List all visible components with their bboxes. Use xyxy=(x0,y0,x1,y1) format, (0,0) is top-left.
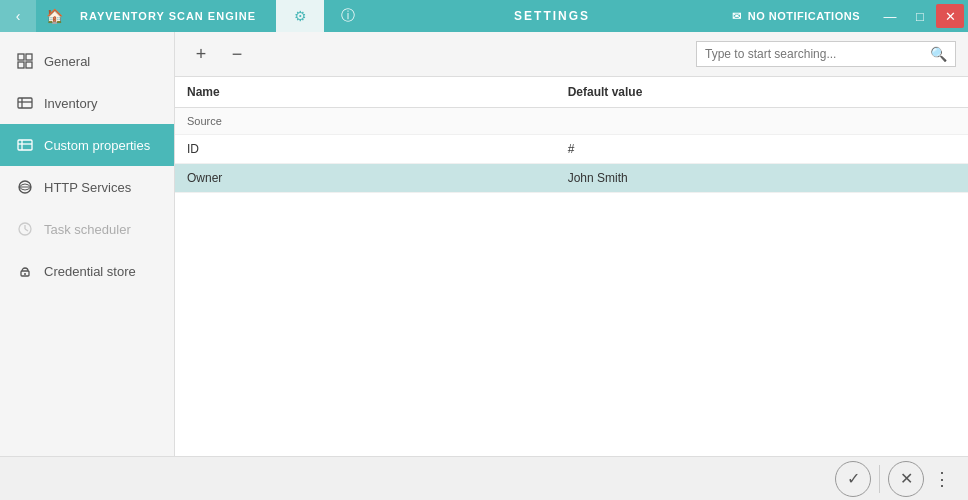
svg-rect-1 xyxy=(26,54,32,60)
titlebar: ‹ 🏠 RAYVENTORY SCAN ENGINE ⚙ ⓘ SETTINGS … xyxy=(0,0,968,32)
row-default-value: # xyxy=(556,135,968,164)
svg-rect-0 xyxy=(18,54,24,60)
app-name: RAYVENTORY SCAN ENGINE xyxy=(80,10,256,22)
content-toolbar: + − 🔍 xyxy=(175,32,968,77)
section-value xyxy=(556,108,968,135)
close-icon: ✕ xyxy=(945,9,956,24)
close-button[interactable]: ✕ xyxy=(936,4,964,28)
bottom-divider xyxy=(879,465,880,493)
svg-rect-2 xyxy=(18,62,24,68)
notifications-label: NO NOTIFICATIONS xyxy=(748,10,860,22)
cancel-button[interactable]: ✕ xyxy=(888,461,924,497)
table-row: Source xyxy=(175,108,968,135)
confirm-icon: ✓ xyxy=(847,469,860,488)
minimize-icon: — xyxy=(884,9,897,24)
back-button[interactable]: ‹ xyxy=(0,0,36,32)
general-icon xyxy=(16,52,34,70)
bottom-bar: ✓ ✕ ⋮ xyxy=(0,456,968,500)
settings-title: SETTINGS xyxy=(372,9,732,23)
tab-settings[interactable]: ⚙ xyxy=(276,0,324,32)
row-name: ID xyxy=(175,135,556,164)
http-services-icon xyxy=(16,178,34,196)
properties-table: Name Default value Source ID # Owner xyxy=(175,77,968,193)
mail-icon: ✉ xyxy=(732,10,742,23)
sidebar-item-label: Inventory xyxy=(44,96,97,111)
section-label: Source xyxy=(175,108,556,135)
row-name: Owner xyxy=(175,164,556,193)
settings-label: SETTINGS xyxy=(514,9,590,23)
table-row[interactable]: Owner John Smith xyxy=(175,164,968,193)
home-icon: 🏠 xyxy=(46,8,63,24)
more-icon: ⋮ xyxy=(933,468,951,490)
remove-icon: − xyxy=(232,44,243,65)
back-icon: ‹ xyxy=(16,8,21,24)
table-container: Name Default value Source ID # Owner xyxy=(175,77,968,456)
sidebar-item-credential-store[interactable]: Credential store xyxy=(0,250,174,292)
sidebar-item-label: Custom properties xyxy=(44,138,150,153)
search-icon: 🔍 xyxy=(930,46,947,62)
tab-info[interactable]: ⓘ xyxy=(324,0,372,32)
maximize-button[interactable]: □ xyxy=(906,4,934,28)
svg-rect-7 xyxy=(18,140,32,150)
search-input[interactable] xyxy=(705,47,930,61)
home-button[interactable]: 🏠 xyxy=(36,0,72,32)
sidebar-item-label: Task scheduler xyxy=(44,222,131,237)
table-header: Name Default value xyxy=(175,77,968,108)
info-icon: ⓘ xyxy=(341,7,355,25)
col-name: Name xyxy=(175,77,556,108)
nav-buttons: ‹ 🏠 RAYVENTORY SCAN ENGINE xyxy=(0,0,256,32)
sidebar-item-label: Credential store xyxy=(44,264,136,279)
svg-line-14 xyxy=(25,229,28,231)
add-icon: + xyxy=(196,44,207,65)
svg-rect-3 xyxy=(26,62,32,68)
minimize-button[interactable]: — xyxy=(876,4,904,28)
sidebar-item-label: General xyxy=(44,54,90,69)
sidebar-item-general[interactable]: General xyxy=(0,40,174,82)
more-button[interactable]: ⋮ xyxy=(928,461,956,497)
sidebar-item-label: HTTP Services xyxy=(44,180,131,195)
row-default-value: John Smith xyxy=(556,164,968,193)
confirm-button[interactable]: ✓ xyxy=(835,461,871,497)
svg-point-16 xyxy=(24,273,26,275)
sidebar-item-custom-properties[interactable]: Custom properties xyxy=(0,124,174,166)
sidebar-item-task-scheduler: Task scheduler xyxy=(0,208,174,250)
window-controls: — □ ✕ xyxy=(876,0,964,32)
cancel-icon: ✕ xyxy=(900,469,913,488)
search-box: 🔍 xyxy=(696,41,956,67)
sidebar: General Inventory Custom properties xyxy=(0,32,175,456)
content-area: + − 🔍 Name Default value xyxy=(175,32,968,456)
add-button[interactable]: + xyxy=(187,40,215,68)
titlebar-tabs: ⚙ ⓘ xyxy=(276,0,372,32)
credential-store-icon xyxy=(16,262,34,280)
maximize-icon: □ xyxy=(916,9,924,24)
sidebar-item-http-services[interactable]: HTTP Services xyxy=(0,166,174,208)
table-body: Source ID # Owner John Smith xyxy=(175,108,968,193)
sidebar-item-inventory[interactable]: Inventory xyxy=(0,82,174,124)
svg-rect-4 xyxy=(18,98,32,108)
main-layout: General Inventory Custom properties xyxy=(0,32,968,456)
remove-button[interactable]: − xyxy=(223,40,251,68)
col-default-value: Default value xyxy=(556,77,968,108)
notifications-area: ✉ NO NOTIFICATIONS xyxy=(732,10,860,23)
task-scheduler-icon xyxy=(16,220,34,238)
inventory-icon xyxy=(16,94,34,112)
custom-properties-icon xyxy=(16,136,34,154)
table-row[interactable]: ID # xyxy=(175,135,968,164)
gear-icon: ⚙ xyxy=(294,8,307,24)
